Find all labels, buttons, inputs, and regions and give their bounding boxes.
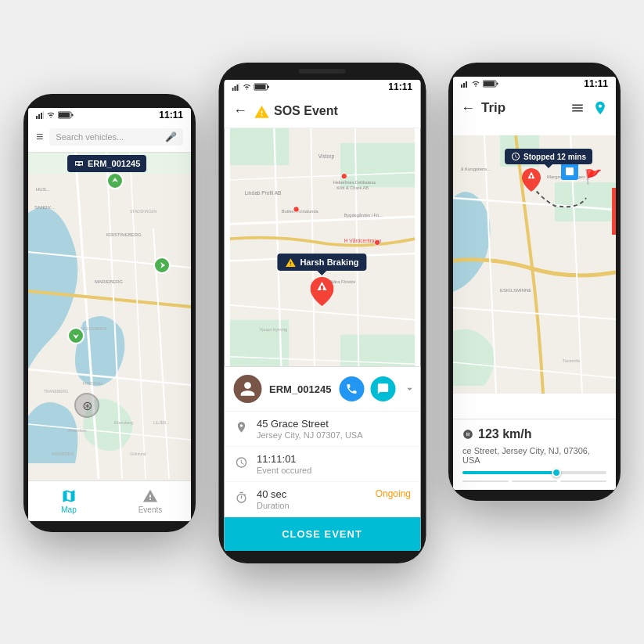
cluster-marker: ⊛ bbox=[71, 390, 103, 421]
svg-rect-58 bbox=[236, 85, 238, 91]
trip-header-icons bbox=[570, 100, 608, 116]
svg-rect-55 bbox=[531, 178, 532, 180]
svg-rect-2 bbox=[41, 113, 42, 119]
menu-icon[interactable]: ≡ bbox=[36, 130, 43, 144]
flag-marker: 🚩 bbox=[585, 168, 602, 185]
center-map: Lindab Profil AB Vistorp Heberlines Deli… bbox=[224, 128, 420, 379]
expand-btn[interactable] bbox=[404, 380, 416, 398]
duration-row: 40 sec Duration Ongoing bbox=[224, 482, 420, 517]
svg-rect-32 bbox=[76, 163, 79, 165]
nav-events-label: Events bbox=[139, 505, 163, 514]
event-card: ERM_001245 bbox=[224, 366, 420, 551]
events-nav-icon bbox=[142, 488, 158, 504]
speedometer-icon bbox=[462, 429, 473, 440]
svg-point-35 bbox=[81, 165, 83, 167]
marker-green-1 bbox=[106, 172, 124, 189]
duration-main: 40 sec bbox=[257, 488, 368, 500]
stopped-label: Stopped 12 mins bbox=[523, 153, 586, 161]
harsh-warning-icon bbox=[285, 257, 296, 267]
svg-text:FREDHÄLL: FREDHÄLL bbox=[83, 381, 103, 386]
right-phone: 11:11 ← Trip bbox=[448, 63, 621, 501]
right-signal-icon bbox=[461, 80, 469, 88]
vehicle-label-left: ERM_001245 bbox=[67, 155, 146, 172]
phone-btn[interactable] bbox=[340, 376, 365, 401]
chat-action-icon bbox=[377, 383, 390, 395]
center-battery-icon bbox=[254, 83, 269, 91]
svg-text:LILJEB...: LILJEB... bbox=[153, 420, 169, 425]
center-status-bar: 11:11 bbox=[224, 80, 420, 94]
svg-rect-56 bbox=[232, 88, 233, 91]
nav-map[interactable]: Map bbox=[28, 481, 110, 521]
mic-icon[interactable]: 🎤 bbox=[165, 131, 177, 142]
harsh-braking-tooltip: Harsh Braking bbox=[277, 254, 366, 271]
svg-point-87 bbox=[341, 173, 347, 179]
svg-text:Vistorp: Vistorp bbox=[318, 153, 334, 160]
nav-map-label: Map bbox=[61, 505, 76, 514]
svg-rect-57 bbox=[234, 86, 236, 91]
right-status-left bbox=[461, 80, 498, 88]
signal-icon bbox=[36, 111, 44, 119]
clock-icon bbox=[511, 152, 520, 161]
svg-text:Butiken Annalunda: Butiken Annalunda bbox=[281, 209, 318, 214]
svg-text:HUS...: HUS... bbox=[36, 187, 50, 192]
stopped-tooltip: Stopped 12 mins bbox=[505, 149, 592, 164]
svg-text:Vjarps byeväg: Vjarps byeväg bbox=[259, 327, 287, 332]
left-phone-screen: 11:11 ≡ Search vehicles... 🎤 bbox=[28, 108, 191, 521]
duration-icon bbox=[233, 490, 249, 505]
svg-rect-90 bbox=[321, 290, 323, 292]
svg-text:Lindab Profil AB: Lindab Profil AB bbox=[244, 190, 281, 196]
svg-point-34 bbox=[76, 165, 78, 167]
sos-warning-icon bbox=[254, 104, 269, 118]
chat-btn[interactable] bbox=[371, 376, 396, 401]
time-sub: Event occured bbox=[257, 466, 411, 475]
left-search-bar[interactable]: ≡ Search vehicles... 🎤 bbox=[28, 122, 191, 153]
svg-point-88 bbox=[374, 239, 380, 246]
trip-back-btn[interactable]: ← bbox=[461, 100, 475, 117]
duration-content: 40 sec Duration bbox=[257, 488, 368, 510]
map-person-icon[interactable] bbox=[592, 100, 608, 116]
speed-row: 123 km/h bbox=[462, 427, 606, 441]
person-icon bbox=[239, 380, 256, 398]
svg-text:Kött & Chark AB: Kött & Chark AB bbox=[336, 185, 369, 190]
right-map-svg: å Kungstens... Margretorpsvagen ESKILSMI… bbox=[453, 125, 616, 404]
address-main: 45 Grace Street bbox=[257, 418, 411, 430]
sos-back-btn[interactable]: ← bbox=[233, 103, 247, 119]
chevron-icon bbox=[404, 383, 416, 395]
time-main: 11:11:01 bbox=[257, 453, 411, 465]
svg-text:Bygdegården i Fö...: Bygdegården i Fö... bbox=[344, 213, 383, 218]
nav-events[interactable]: Events bbox=[110, 481, 191, 521]
center-status-left bbox=[232, 83, 269, 91]
center-red-marker bbox=[311, 277, 334, 309]
phone-action-icon bbox=[346, 383, 358, 395]
event-card-header: ERM_001245 bbox=[224, 367, 420, 412]
right-map-red-marker bbox=[522, 168, 541, 195]
vehicle-name-left: ERM_001245 bbox=[88, 159, 140, 168]
left-bottom-nav[interactable]: Map Events bbox=[28, 480, 191, 521]
close-event-btn[interactable]: CLOSE EVENT bbox=[224, 517, 420, 551]
avatar bbox=[233, 375, 261, 403]
svg-text:ASPUDDEN: ASPUDDEN bbox=[52, 452, 74, 456]
harsh-braking-label: Harsh Braking bbox=[300, 257, 358, 267]
svg-text:MARIEBERG: MARIEBERG bbox=[95, 279, 123, 284]
close-event-label: CLOSE EVENT bbox=[282, 528, 362, 540]
list-icon[interactable] bbox=[570, 101, 585, 115]
svg-rect-41 bbox=[497, 83, 498, 85]
search-input-wrapper[interactable]: Search vehicles... 🎤 bbox=[49, 128, 183, 146]
svg-rect-6 bbox=[72, 114, 74, 117]
right-map-blue-marker bbox=[561, 163, 578, 180]
time-icon bbox=[233, 455, 249, 470]
svg-rect-33 bbox=[80, 163, 83, 165]
svg-text:Heberlines Delikatess: Heberlines Delikatess bbox=[333, 180, 376, 185]
center-time: 11:11 bbox=[388, 81, 412, 92]
svg-rect-89 bbox=[321, 286, 323, 289]
progress-bar[interactable] bbox=[462, 471, 606, 474]
sos-header: ← SOS Event bbox=[224, 94, 420, 128]
center-phone-screen: 11:11 ← SOS Event bbox=[224, 80, 420, 551]
duration-sub: Duration bbox=[257, 501, 368, 510]
trip-header: ← Trip bbox=[453, 91, 616, 125]
location-icon bbox=[235, 421, 247, 434]
sos-title-text: SOS Event bbox=[274, 104, 338, 118]
event-actions bbox=[340, 376, 396, 401]
marker-green-3 bbox=[67, 327, 85, 344]
progress-thumb[interactable] bbox=[552, 468, 561, 477]
